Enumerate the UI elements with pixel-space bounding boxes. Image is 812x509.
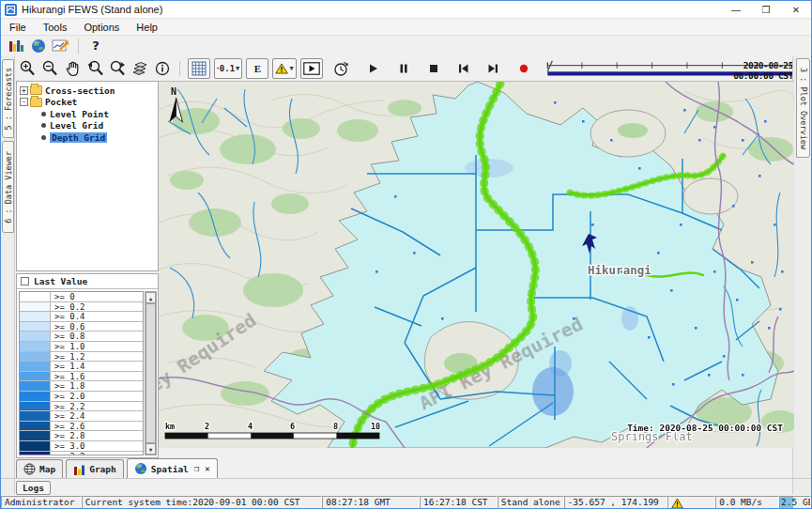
- legend-scrollbar[interactable]: ▲ ▼: [145, 291, 157, 455]
- globe-icon: [31, 39, 46, 54]
- step-forward-button[interactable]: [483, 58, 505, 79]
- tab-spatial[interactable]: Spatial ❒ ✕: [127, 458, 218, 478]
- legend-swatch: [20, 332, 51, 341]
- last-value-checkbox[interactable]: [21, 277, 29, 285]
- svg-text:km: km: [165, 422, 175, 431]
- step-back-button[interactable]: [452, 58, 475, 79]
- tab-data-viewer[interactable]: 6 : Data Viewer: [2, 141, 14, 233]
- scroll-down-icon[interactable]: ▼: [146, 443, 156, 455]
- info-icon: [155, 61, 170, 76]
- tab-forecasts[interactable]: 5 : Forecasts: [2, 59, 14, 138]
- legend-row: >= 0.6: [20, 322, 143, 332]
- tree-item-level-grid[interactable]: Level Grid: [17, 120, 158, 132]
- minimize-button[interactable]: —: [721, 1, 751, 19]
- svg-text:6: 6: [290, 422, 295, 431]
- menu-options[interactable]: Options: [75, 22, 128, 33]
- map-viewport[interactable]: API Key Required API Key Required: [159, 81, 794, 447]
- zoom-out-icon: [41, 60, 58, 77]
- legend-row: >= 1.6: [20, 372, 143, 382]
- main-toolbar: ?: [1, 36, 811, 55]
- legend-row: >= 0.2: [20, 302, 143, 313]
- legend-row: >= 1.0: [20, 342, 143, 352]
- spatial-display-button[interactable]: [50, 36, 72, 56]
- close-button[interactable]: ✕: [781, 1, 811, 19]
- maximize-button[interactable]: ❐: [751, 1, 781, 19]
- tab-maximize-icon[interactable]: ❒: [194, 464, 199, 473]
- tab-graph[interactable]: Graph: [66, 459, 124, 478]
- chevron-down-icon: ▼: [289, 65, 293, 72]
- tree-item-pocket[interactable]: - Pocket: [17, 97, 158, 109]
- legend-swatch: [20, 292, 51, 301]
- help-icon: ?: [84, 39, 107, 53]
- legend-swatch: [20, 402, 51, 411]
- zoom-out-button[interactable]: [38, 58, 61, 79]
- layer-bullet-icon: [41, 135, 46, 140]
- legend-row: >= 2.0: [20, 392, 143, 402]
- zoom-next-button[interactable]: [106, 58, 129, 79]
- legend-swatch: [20, 381, 51, 391]
- zoom-previous-button[interactable]: [84, 58, 106, 79]
- pan-button[interactable]: [61, 58, 84, 79]
- time-settings-button[interactable]: [330, 58, 353, 79]
- tree-item-level-point[interactable]: Level Point: [17, 108, 158, 120]
- status-memory: 2.5 GB: [779, 496, 811, 509]
- logs-button[interactable]: Logs: [16, 481, 51, 495]
- zoom-in-button[interactable]: [16, 58, 38, 79]
- app-logo-icon: [5, 4, 17, 16]
- legend-swatch: [20, 352, 51, 362]
- logs-panel-header: Logs: [1, 478, 811, 496]
- warnings-dropdown[interactable]: ▼: [272, 58, 296, 79]
- play-button[interactable]: [362, 58, 385, 79]
- help-button[interactable]: ?: [84, 36, 107, 56]
- threshold-dropdown[interactable]: 0.1 ▼: [214, 58, 242, 79]
- map-time-label: Time: 2020-08-25 00:00:00 CST: [627, 423, 783, 433]
- legend-swatch: [20, 302, 51, 312]
- tab-map[interactable]: Map: [16, 459, 63, 478]
- step-back-icon: [457, 63, 469, 74]
- layers-button[interactable]: [129, 58, 151, 79]
- editor-button[interactable]: E: [246, 58, 268, 79]
- tree-item-cross-section[interactable]: + Cross-section: [17, 85, 158, 97]
- time-slider-thumb[interactable]: [547, 60, 552, 71]
- menu-file[interactable]: File: [1, 22, 35, 33]
- tab-plot-overview[interactable]: 3 : Plot Overview: [796, 58, 810, 158]
- legend-swatch: [20, 441, 51, 451]
- map-display-button[interactable]: [27, 36, 50, 56]
- tab-close-icon[interactable]: ✕: [205, 464, 209, 473]
- status-warning[interactable]: [667, 496, 715, 509]
- status-coordinates: -35.657 , 174.199: [564, 496, 668, 509]
- tree-item-depth-grid[interactable]: Depth Grid: [17, 131, 158, 144]
- expand-icon[interactable]: +: [20, 86, 28, 95]
- legend-swatch: [20, 372, 51, 381]
- stop-button[interactable]: [422, 58, 445, 79]
- legend-title: Last Value: [34, 276, 87, 286]
- legend-row: >= 1.2: [20, 352, 143, 362]
- pause-button[interactable]: [392, 58, 415, 79]
- town-label: Hikurangi: [588, 263, 651, 277]
- status-download-rate: 0.0 MB/s: [715, 496, 779, 509]
- legend-row: >= 3.2: [20, 452, 143, 456]
- left-tab-strip: 5 : Forecasts 6 : Data Viewer: [1, 55, 15, 494]
- toolbar-separator: [179, 61, 180, 76]
- scroll-up-icon[interactable]: ▲: [146, 292, 156, 303]
- menu-help[interactable]: Help: [128, 22, 166, 33]
- svg-text:4: 4: [248, 422, 253, 431]
- record-button[interactable]: [513, 58, 535, 79]
- layer-bullet-icon: [41, 123, 46, 128]
- collapse-icon[interactable]: -: [20, 98, 28, 106]
- open-animation-button[interactable]: [300, 58, 323, 79]
- warning-icon: [275, 61, 288, 76]
- legend-swatch: [20, 322, 51, 332]
- legend-row: >= 0.4: [20, 312, 143, 322]
- play-box-icon: [303, 62, 320, 75]
- info-button[interactable]: [151, 58, 174, 79]
- grid-display-button[interactable]: [188, 58, 210, 79]
- layer-bullet-icon: [41, 112, 46, 116]
- status-bar: Administrator Current system time:2020-0…: [1, 496, 811, 509]
- menu-tools[interactable]: Tools: [35, 22, 76, 33]
- scroll-thumb[interactable]: [146, 303, 156, 443]
- legend-row: >= 1.4: [20, 362, 143, 372]
- right-tab-strip: 3 : Plot Overview: [792, 55, 811, 494]
- database-viewer-button[interactable]: [5, 36, 27, 56]
- legend-row: >= 0.8: [20, 332, 143, 342]
